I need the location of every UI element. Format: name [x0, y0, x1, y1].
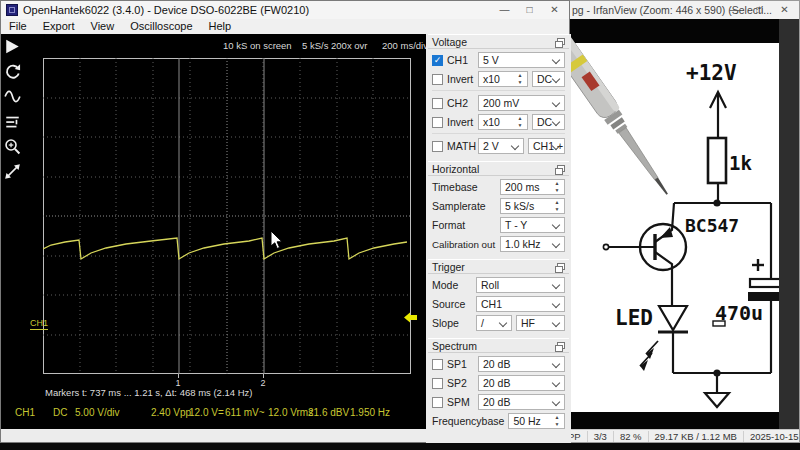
- menu-oscilloscope[interactable]: Oscilloscope: [122, 19, 200, 34]
- spinner-buttons[interactable]: ▲▼: [552, 414, 562, 428]
- circuit-led-label: LED: [615, 306, 653, 330]
- math-mode-select[interactable]: CH1 + CH2: [528, 138, 565, 154]
- ch2-coupling-select[interactable]: DC: [532, 114, 565, 130]
- measure-cursors-icon[interactable]: [4, 163, 21, 180]
- taskbar[interactable]: [0, 443, 800, 450]
- spectrum-panel: Spectrum SP1 20 dB SP2 20 dB SPM 20 dB F…: [428, 338, 569, 433]
- spm-label: SPM: [447, 396, 470, 408]
- meas-vrms: 12.0 Vrms: [268, 407, 313, 418]
- marker-2-label[interactable]: 2: [259, 374, 267, 388]
- trigger-level-arrow[interactable]: [404, 312, 418, 324]
- menu-view[interactable]: View: [83, 19, 123, 34]
- ch1-invert-label: Invert: [447, 73, 473, 85]
- ch1-checkbox[interactable]: ✓: [432, 55, 443, 66]
- zoom-icon[interactable]: [4, 138, 21, 155]
- spinner-buttons[interactable]: ▲▼: [515, 115, 525, 129]
- status-datetime: 2025-10-15 / 17:46:12: [744, 431, 799, 442]
- openhantek-title: OpenHantek6022 (3.4.0) - Device DSO-6022…: [23, 1, 309, 19]
- canvas-background: [779, 19, 799, 431]
- voltage-waveform-icon[interactable]: [4, 88, 21, 105]
- sp2-magnitude-select[interactable]: 20 dB: [478, 375, 565, 391]
- ch1-probe-spinner[interactable]: x10▲▼: [478, 71, 528, 87]
- spinner-buttons[interactable]: ▲▼: [515, 72, 525, 86]
- close-button[interactable]: ✕: [772, 1, 797, 19]
- format-select[interactable]: T - Y: [500, 217, 565, 233]
- meas-vpp: 2.40 Vpp: [151, 407, 191, 418]
- toolbar: [4, 38, 26, 188]
- close-button[interactable]: ✕: [542, 1, 567, 19]
- ch1-invert-checkbox[interactable]: [432, 74, 443, 85]
- mouse-cursor: [270, 230, 286, 252]
- menu-export[interactable]: Export: [35, 19, 83, 34]
- ch1-offset-tag[interactable]: CH1: [30, 318, 48, 330]
- math-checkbox[interactable]: [432, 141, 443, 152]
- voltage-panel: Voltage ✓CH1 5 V Invert x10▲▼ DC CH2 200: [428, 34, 569, 158]
- sp1-label: SP1: [447, 358, 467, 370]
- soldering-iron: [566, 30, 676, 201]
- offset-levels-icon[interactable]: [4, 113, 21, 130]
- float-panel-icon[interactable]: [557, 165, 565, 172]
- timebase-overlay: 200 ms/div: [382, 40, 428, 51]
- samplerate-spinner[interactable]: 5 kS/s▲▼: [500, 198, 565, 214]
- circuit-supply-label: +12V: [686, 61, 737, 85]
- spm-checkbox[interactable]: [432, 397, 443, 408]
- start-sampling-icon[interactable]: [4, 38, 21, 55]
- ch2-label: CH2: [447, 97, 468, 109]
- timebase-spinner[interactable]: 200 ms▲▼: [500, 179, 565, 195]
- spectrum-panel-title: Spectrum: [432, 340, 477, 352]
- menu-file[interactable]: File: [1, 19, 35, 34]
- timebase-label: Timebase: [432, 181, 496, 193]
- irfanview-titlebar[interactable]: pg - IrfanView (Zoom: 446 x 590) (Select…: [566, 1, 799, 19]
- spm-magnitude-select[interactable]: 20 dB: [478, 394, 565, 410]
- measurements-bar: CH1 DC 5.00 V/div 2.40 Vpp 12.0 V= 611 m…: [1, 407, 426, 423]
- ch1-gain-select[interactable]: 5 V: [478, 52, 565, 68]
- status-index: 3/3: [588, 431, 614, 442]
- sp1-magnitude-select[interactable]: 20 dB: [478, 356, 565, 372]
- maximize-button[interactable]: □: [517, 1, 542, 19]
- openhantek-titlebar[interactable]: OpenHantek6022 (3.4.0) - Device DSO-6022…: [1, 1, 569, 19]
- minimize-button[interactable]: —: [492, 1, 517, 19]
- frequencybase-spinner[interactable]: 50 Hz▲▼: [508, 413, 565, 429]
- meas-vdc: 12.0 V=: [189, 407, 224, 418]
- format-label: Format: [432, 219, 496, 231]
- sp1-checkbox[interactable]: [432, 359, 443, 370]
- marker-1-label[interactable]: 1: [174, 374, 182, 388]
- math-label: MATH: [447, 140, 476, 152]
- meas-vac: 611 mV~: [225, 407, 265, 418]
- trigger-filter-select[interactable]: HF: [516, 315, 565, 331]
- trigger-mode-select[interactable]: Roll: [476, 277, 565, 293]
- graticule: [43, 58, 411, 374]
- dock-panels: Voltage ✓CH1 5 V Invert x10▲▼ DC CH2 200: [426, 34, 571, 444]
- trigger-source-select[interactable]: CH1: [476, 296, 565, 312]
- menu-help[interactable]: Help: [201, 19, 240, 34]
- trigger-panel-title: Trigger: [432, 261, 465, 273]
- float-panel-icon[interactable]: [557, 38, 565, 45]
- ch2-gain-select[interactable]: 200 mV: [478, 95, 565, 111]
- math-gain-select[interactable]: 2 V: [478, 138, 524, 154]
- sp2-checkbox[interactable]: [432, 378, 443, 389]
- refresh-icon[interactable]: [4, 63, 21, 80]
- float-panel-icon[interactable]: [557, 342, 565, 349]
- irfanview-canvas[interactable]: +12V 1k BC547 LED 470u: [566, 19, 799, 431]
- trigger-source-label: Source: [432, 298, 472, 310]
- ch1-coupling-select[interactable]: DC: [532, 71, 565, 87]
- maximize-button[interactable]: □: [747, 1, 772, 19]
- spinner-buttons[interactable]: ▲▼: [552, 180, 562, 194]
- calibration-select[interactable]: 1.0 kHz: [500, 236, 565, 252]
- samplerate-label: Samplerate: [432, 200, 496, 212]
- trigger-slope-select[interactable]: /: [476, 315, 512, 331]
- ch2-invert-checkbox[interactable]: [432, 117, 443, 128]
- irfanview-window: pg - IrfanView (Zoom: 446 x 590) (Select…: [565, 0, 800, 443]
- app-icon: [6, 4, 18, 16]
- circuit-transistor-label: BC547: [685, 215, 739, 236]
- ch2-invert-label: Invert: [447, 116, 473, 128]
- ch2-checkbox[interactable]: [432, 98, 443, 109]
- ch2-probe-spinner[interactable]: x10▲▼: [478, 114, 528, 130]
- markers-readout: Markers t: 737 ms ... 1.21 s, Δt: 468 ms…: [45, 387, 253, 398]
- screen: pg - IrfanView (Zoom: 446 x 590) (Select…: [0, 0, 800, 450]
- circuit-cap-label: 470u: [715, 301, 763, 325]
- spinner-buttons[interactable]: ▲▼: [552, 199, 562, 213]
- minimize-button[interactable]: —: [722, 1, 747, 19]
- float-panel-icon[interactable]: [557, 263, 565, 270]
- status-filesize: 29.17 KB / 1.12 MB: [649, 431, 744, 442]
